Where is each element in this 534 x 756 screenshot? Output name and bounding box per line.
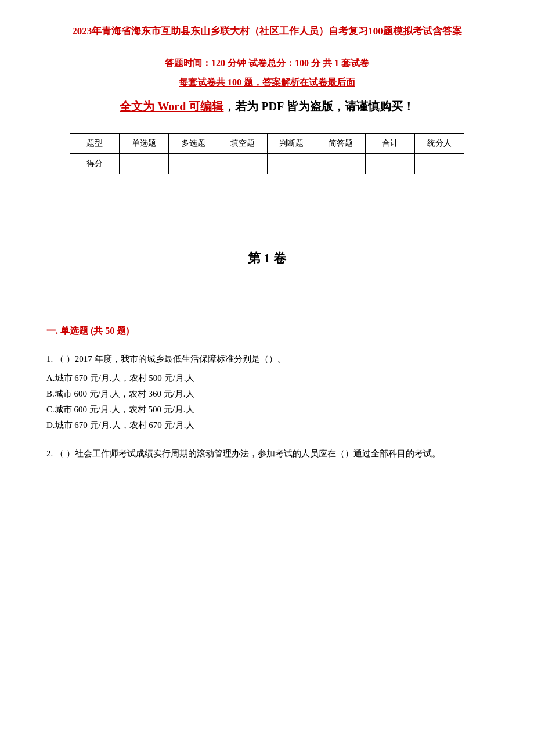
score-table-cell xyxy=(366,153,415,174)
score-table-header: 合计 xyxy=(366,133,415,153)
score-table-cell xyxy=(267,153,316,174)
spacer-2 xyxy=(46,302,488,319)
main-title: 2023年青海省海东市互助县东山乡联大村（社区工作人员）自考复习100题模拟考试… xyxy=(46,23,488,40)
score-table-cell xyxy=(415,153,464,174)
questions-container: 1. （ ）2017 年度，我市的城乡最低生活保障标准分别是（）。A.城市 67… xyxy=(46,351,488,462)
score-table-header: 填空题 xyxy=(218,133,267,153)
option-item: D.城市 670 元/月.人，农村 670 元/月.人 xyxy=(46,417,488,433)
options-container: A.城市 670 元/月.人，农村 500 元/月.人B.城市 600 元/月.… xyxy=(46,370,488,433)
question-text: 1. （ ）2017 年度，我市的城乡最低生活保障标准分别是（）。 xyxy=(46,351,488,367)
score-table-header: 判断题 xyxy=(267,133,316,153)
word-edit-red: 全文为 Word 可编辑 xyxy=(120,100,223,113)
score-table-header: 题型 xyxy=(70,133,120,153)
section-title: 一. 单选题 (共 50 题) xyxy=(46,325,488,337)
info-line: 答题时间：120 分钟 试卷总分：100 分 共 1 套试卷 xyxy=(46,57,488,70)
spacer-1 xyxy=(46,186,488,232)
score-table-header: 统分人 xyxy=(415,133,464,153)
option-item: B.城市 600 元/月.人，农村 360 元/月.人 xyxy=(46,386,488,402)
score-table-cell xyxy=(218,153,267,174)
option-item: A.城市 670 元/月.人，农村 500 元/月.人 xyxy=(46,370,488,386)
option-item: C.城市 600 元/月.人，农村 500 元/月.人 xyxy=(46,402,488,417)
word-edit-line: 全文为 Word 可编辑，若为 PDF 皆为盗版，请谨慎购买！ xyxy=(46,97,488,116)
score-table: 题型单选题多选题填空题判断题简答题合计统分人得分 xyxy=(70,133,464,174)
score-table-cell xyxy=(316,153,366,174)
score-table-header: 简答题 xyxy=(316,133,366,153)
question-block: 1. （ ）2017 年度，我市的城乡最低生活保障标准分别是（）。A.城市 67… xyxy=(46,351,488,433)
score-table-cell xyxy=(119,153,168,174)
question-text: 2. （ ）社会工作师考试成绩实行周期的滚动管理办法，参加考试的人员应在（）通过… xyxy=(46,446,488,462)
score-table-cell xyxy=(168,153,218,174)
highlight-line: 每套试卷共 100 题，答案解析在试卷最后面 xyxy=(46,77,488,89)
score-table-cell: 得分 xyxy=(70,153,120,174)
score-table-header: 多选题 xyxy=(168,133,218,153)
word-edit-black: ，若为 PDF 皆为盗版，请谨慎购买！ xyxy=(223,100,414,113)
score-table-header: 单选题 xyxy=(119,133,168,153)
title-section: 2023年青海省海东市互助县东山乡联大村（社区工作人员）自考复习100题模拟考试… xyxy=(46,23,488,40)
volume-title: 第 1 卷 xyxy=(46,250,488,267)
question-block: 2. （ ）社会工作师考试成绩实行周期的滚动管理办法，参加考试的人员应在（）通过… xyxy=(46,446,488,462)
